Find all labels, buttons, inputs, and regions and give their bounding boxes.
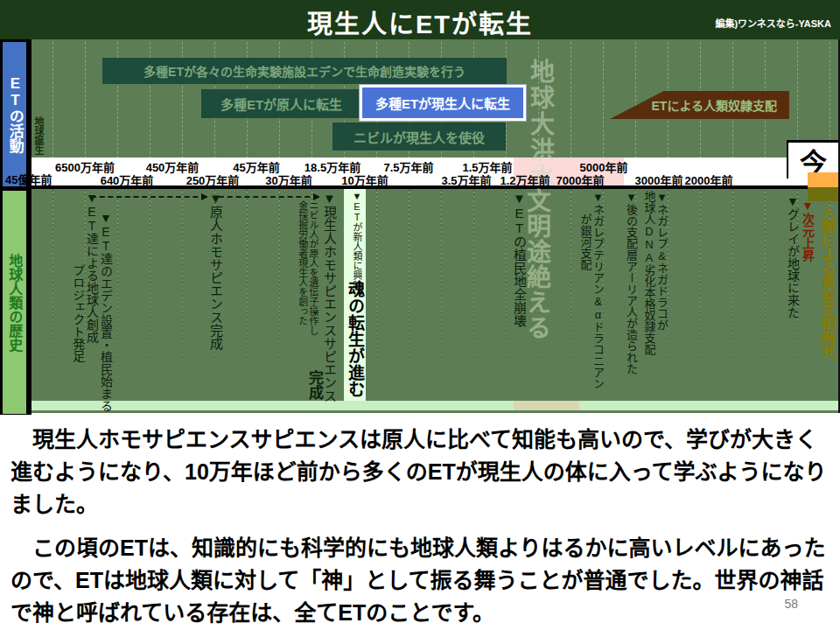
gridline-lower bbox=[506, 189, 507, 408]
history-annotation: ▼後の支配層アーリア人が造られた bbox=[623, 191, 637, 374]
history-annotation: ▼ネガレプ&ネガドラコが 地球人DNA劣化本格奴隷支配 bbox=[641, 191, 668, 355]
gridline-lower bbox=[52, 189, 53, 408]
sidebar-et-activity-label: ETの活動 bbox=[6, 75, 23, 153]
earth-birth-label: 地球誕生 bbox=[33, 116, 44, 157]
timeline-label: 30万年前 bbox=[265, 172, 312, 188]
history-annotation: ▼ネガレプテリアン&αドラコニアン が銀河支配 bbox=[577, 191, 604, 389]
chart-bottom-strip-beige bbox=[514, 401, 579, 410]
sidebar-et-activity: ETの活動 bbox=[2, 41, 27, 187]
presentation-slide: 現生人にETが転生 編集)ワンネスなら-YASKA ETの活動 地球人類の歴史 … bbox=[0, 0, 840, 630]
activity-box: 多種ETが各々の生命実験施設エデンで生命創造実験を行う bbox=[102, 58, 507, 84]
golden-age-olive-block bbox=[808, 187, 838, 201]
history-annotation: ニビル人が原人を遺伝子操作し 金採掘労働者現生人を創った bbox=[296, 200, 318, 335]
gridline-lower bbox=[182, 189, 183, 408]
chart-bottom-strip bbox=[32, 401, 838, 410]
activity-box: ニビルが現生人を使役 bbox=[332, 122, 506, 150]
timeline-label: 7.5万年前 bbox=[383, 158, 433, 175]
gridline-lower bbox=[150, 189, 150, 408]
gridline-lower bbox=[441, 189, 442, 408]
gridline-lower bbox=[473, 189, 474, 408]
activity-box: 多種ETが原人に転生 bbox=[201, 89, 361, 118]
gridline-lower bbox=[570, 189, 571, 408]
dashed-arrow bbox=[91, 196, 206, 198]
timeline-label: 1.2万年前 bbox=[500, 172, 550, 188]
timeline-chart: 地球大洪水 文明途絶える 地球誕生 6500万年前450万年前45万年前18.5… bbox=[32, 39, 840, 413]
timeline-label: 640万年前 bbox=[101, 172, 154, 188]
sidebar-human-history-label: 地球人類の歴史 bbox=[7, 254, 23, 352]
timeline-label: 3000年前 bbox=[635, 172, 683, 188]
watermark-great-flood: 地球大洪水 bbox=[528, 59, 552, 190]
era-label-4-5-billion-years: 45億年前 bbox=[5, 171, 52, 187]
history-annotation: 完成 bbox=[305, 370, 323, 400]
gridline-lower bbox=[117, 189, 118, 408]
history-annotation: ▼グレイが地球に来た bbox=[784, 194, 799, 318]
golden-age-orange-block bbox=[808, 172, 838, 187]
gridline-lower bbox=[732, 189, 733, 408]
gridline-lower bbox=[765, 189, 766, 408]
activity-box: ETによる人類奴隷支配 bbox=[610, 91, 789, 119]
gridline-lower bbox=[247, 189, 248, 408]
history-annotation: ▼ET達による地球人創成 プロジェクト発足 bbox=[66, 191, 98, 362]
history-annotation: ▼ETの植民地全崩壊 bbox=[510, 191, 526, 327]
gridline-lower bbox=[700, 189, 701, 408]
gridline-lower bbox=[376, 189, 377, 408]
history-annotation: 魂の転生が進む bbox=[345, 281, 364, 397]
timeline-label: 3.5万年前 bbox=[441, 172, 491, 188]
activity-box: 多種ETが現生人に転生 bbox=[360, 85, 526, 121]
dashed-arrow bbox=[219, 196, 318, 198]
page-number: 58 bbox=[784, 597, 798, 611]
gridline-lower bbox=[279, 189, 280, 408]
slide-body-text: 現生人ホモサピエンスサピエンスは原人に比べて知能も高いので、学びが大きく進むよう… bbox=[10, 424, 830, 630]
watermark-civilization-ends: 文明途絶える bbox=[524, 188, 549, 340]
credit-text: 編集)ワンネスなら-YASKA bbox=[715, 16, 831, 30]
history-annotation: ▼次元上昇 bbox=[799, 199, 814, 262]
history-annotation: ▼原人ホモサピエンス完成 bbox=[206, 191, 222, 350]
timeline-label: 250万年前 bbox=[186, 172, 240, 188]
history-annotation: ▼ET達のエデン設置・植民始まる bbox=[96, 211, 112, 412]
slide-title: 現生人にETが転生 bbox=[0, 4, 840, 40]
timeline-label: 7000年前 bbox=[556, 172, 605, 188]
sidebar-human-history: 地球人類の歴史 bbox=[2, 190, 27, 415]
gridline-lower bbox=[409, 189, 410, 408]
history-annotation: 人類による黄金文明時代 bbox=[816, 205, 835, 359]
paragraph-1: 現生人ホモサピエンスサピエンスは原人に比べて知能も高いので、学びが大きく進むよう… bbox=[10, 424, 830, 521]
timeline-label: 2000年前 bbox=[685, 172, 733, 188]
paragraph-2: この頃のETは、知識的にも科学的にも地球人類よりはるかに高いレベルにあったので、… bbox=[10, 532, 830, 629]
timeline-label: 10万年前 bbox=[341, 172, 388, 188]
